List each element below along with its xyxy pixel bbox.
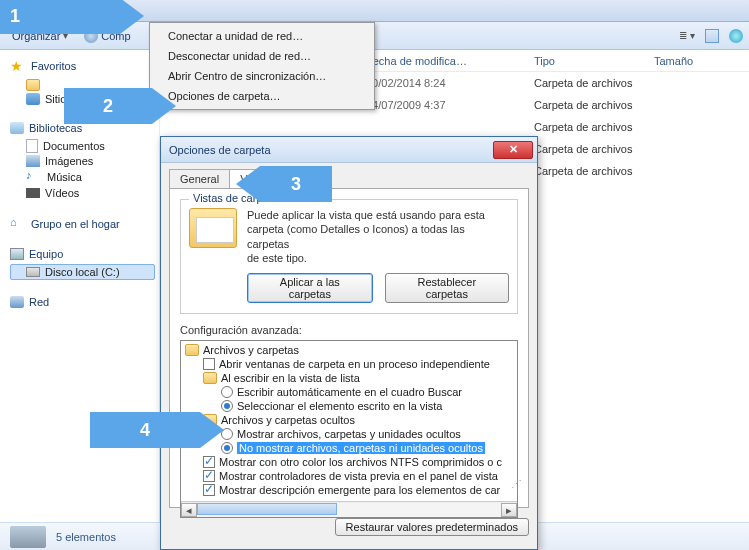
folder-icon	[26, 79, 40, 91]
documents-icon	[26, 139, 38, 153]
dd-disconnect[interactable]: Desconectar unidad de red…	[152, 46, 372, 66]
nav-computer[interactable]: Equipo	[10, 248, 155, 260]
scroll-right-icon[interactable]: ▸	[501, 503, 517, 517]
folder-views-group: Vistas de carpeta Puede aplicar la vista…	[180, 199, 518, 314]
dialog-titlebar[interactable]: Opciones de carpeta ✕	[161, 137, 537, 163]
apply-folders-button[interactable]: Aplicar a las carpetas	[247, 273, 373, 303]
callout-1: 1	[0, 0, 120, 34]
nav-favorites[interactable]: ★ Favoritos	[10, 58, 155, 74]
help-icon[interactable]	[729, 29, 743, 43]
preview-pane-icon[interactable]	[705, 29, 719, 43]
computer-icon	[10, 248, 24, 260]
dd-connect[interactable]: Conectar a unidad de red…	[152, 26, 372, 46]
pictures-icon	[26, 155, 40, 167]
tab-body: Vistas de carpeta Puede aplicar la vista…	[169, 188, 529, 508]
tree-item[interactable]: Mostrar con otro color los archivos NTFS…	[185, 455, 513, 469]
callout-3: 3	[260, 166, 332, 202]
nav-documents[interactable]: Documentos	[10, 138, 155, 154]
tree-item[interactable]: Seleccionar el elemento escrito en la vi…	[185, 399, 513, 413]
drive-icon	[10, 526, 46, 548]
col-type[interactable]: Tipo	[526, 55, 646, 67]
music-icon: ♪	[26, 169, 42, 185]
folder-options-dialog: Opciones de carpeta ✕ General Ver Vistas…	[160, 136, 538, 550]
checkbox[interactable]	[203, 470, 215, 482]
tree-root[interactable]: Archivos y carpetas	[185, 343, 513, 357]
recent-icon	[26, 93, 40, 105]
callout-4: 4	[90, 412, 200, 448]
radio[interactable]	[221, 400, 233, 412]
nav-homegroup[interactable]: ⌂ Grupo en el hogar	[10, 216, 155, 232]
reset-folders-button[interactable]: Restablecer carpetas	[385, 273, 509, 303]
videos-icon	[26, 188, 40, 198]
scroll-left-icon[interactable]: ◂	[181, 503, 197, 517]
tree-item[interactable]: Mostrar descripción emergente para los e…	[185, 483, 513, 497]
homegroup-icon: ⌂	[10, 216, 26, 232]
dd-folder-options[interactable]: Opciones de carpeta…	[152, 86, 372, 106]
tree-item[interactable]: Al escribir en la vista de lista	[185, 371, 513, 385]
col-date[interactable]: Fecha de modifica…	[358, 55, 526, 67]
tree-hscroll[interactable]: ◂ ▸	[181, 501, 517, 517]
network-icon	[10, 296, 24, 308]
radio[interactable]	[221, 386, 233, 398]
advanced-label: Configuración avanzada:	[180, 324, 518, 336]
tree-item[interactable]: Mostrar archivos, carpetas y unidades oc…	[185, 427, 513, 441]
restore-defaults-button[interactable]: Restaurar valores predeterminados	[335, 518, 529, 536]
tools-dropdown: Conectar a unidad de red… Desconectar un…	[149, 22, 375, 110]
nav-local-disk[interactable]: Disco local (C:)	[10, 264, 155, 280]
list-item[interactable]: Carpeta de archivos	[160, 116, 749, 138]
star-icon: ★	[10, 58, 26, 74]
tree-item[interactable]: Archivos y carpetas ocultos	[185, 413, 513, 427]
dialog-title: Opciones de carpeta	[169, 144, 271, 156]
tree-item[interactable]: Mostrar controladores de vista previa en…	[185, 469, 513, 483]
advanced-tree[interactable]: Archivos y carpetas Abrir ventanas de ca…	[180, 340, 518, 518]
view-options-button[interactable]: ≣ ▾	[679, 30, 695, 41]
nav-pictures[interactable]: Imágenes	[10, 154, 155, 168]
libraries-icon	[10, 122, 24, 134]
tree-item[interactable]: Abrir ventanas de carpeta en un proceso …	[185, 357, 513, 371]
folder-icon	[185, 344, 199, 356]
nav-music[interactable]: ♪ Música	[10, 168, 155, 186]
nav-network[interactable]: Red	[10, 296, 155, 308]
scroll-thumb[interactable]	[197, 503, 337, 515]
resize-grip-icon: ⋰	[511, 478, 524, 491]
tree-item-selected[interactable]: No mostrar archivos, carpetas ni unidade…	[185, 441, 513, 455]
col-size[interactable]: Tamaño	[646, 55, 749, 67]
dd-sync[interactable]: Abrir Centro de sincronización…	[152, 66, 372, 86]
callout-2: 2	[64, 88, 152, 124]
checkbox[interactable]	[203, 484, 215, 496]
folder-icon	[203, 372, 217, 384]
drive-icon	[26, 267, 40, 277]
tab-general[interactable]: General	[169, 169, 230, 188]
dialog-tabs: General Ver	[169, 169, 537, 188]
group-text: Puede aplicar la vista que está usando p…	[247, 208, 509, 303]
checkbox[interactable]	[203, 456, 215, 468]
checkbox[interactable]	[203, 358, 215, 370]
tree-item[interactable]: Escribir automáticamente en el cuadro Bu…	[185, 385, 513, 399]
status-text: 5 elementos	[56, 531, 116, 543]
close-button[interactable]: ✕	[493, 141, 533, 159]
folder-views-icon	[189, 208, 237, 248]
nav-videos[interactable]: Vídeos	[10, 186, 155, 200]
